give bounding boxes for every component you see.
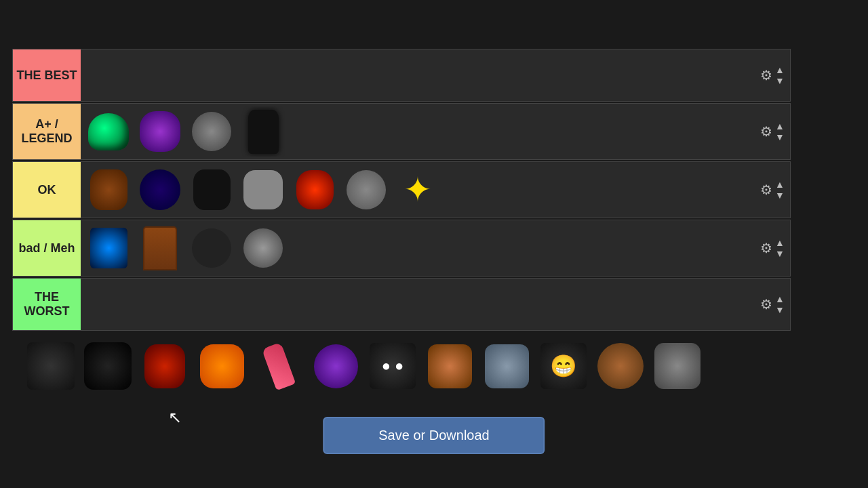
inv-item-fox[interactable]	[197, 341, 247, 391]
tier-list: THE BEST ⚙ ▲ ▼ A+ / LEGEND	[12, 49, 791, 332]
arrow-down-best[interactable]: ▼	[775, 76, 785, 85]
tier-label-bad: bad / Meh	[13, 220, 81, 276]
inv-item-purple-orb[interactable]	[311, 341, 361, 391]
char-yellow-star[interactable]: ✦	[393, 165, 443, 215]
char-purple-creature[interactable]	[135, 106, 185, 157]
tier-row-legend: A+ / LEGEND ⚙	[12, 103, 791, 160]
tier-row-bad: bad / Meh ⚙	[12, 220, 791, 277]
inventory: ● ● 😁	[12, 332, 791, 400]
char-skull-sphere[interactable]	[238, 223, 288, 273]
save-button-container: Save or Download	[323, 417, 545, 454]
tier-label-worst: THE WORST	[13, 279, 81, 330]
tier-label-ok: OK	[13, 162, 81, 218]
arrow-col-ok: ▲ ▼	[775, 180, 785, 200]
inv-item-skeleton[interactable]	[652, 341, 703, 391]
char-ghost-green[interactable]	[83, 106, 134, 157]
tier-controls-bad: ⚙ ▲ ▼	[755, 220, 790, 276]
arrow-col-legend: ▲ ▼	[775, 121, 785, 142]
tier-content-legend[interactable]	[81, 104, 755, 159]
tier-content-bad[interactable]	[81, 220, 755, 276]
tier-controls-ok: ⚙ ▲ ▼	[755, 162, 790, 218]
arrow-down-bad[interactable]: ▼	[775, 249, 785, 258]
arrow-up-ok[interactable]: ▲	[775, 180, 785, 189]
inv-item-pink-weapon[interactable]	[254, 341, 304, 391]
arrow-col-worst: ▲ ▼	[775, 294, 785, 314]
arrow-up-bad[interactable]: ▲	[775, 238, 785, 247]
tier-controls-worst: ⚙ ▲ ▼	[755, 279, 790, 330]
arrow-down-legend[interactable]: ▼	[775, 132, 785, 142]
inv-item-brown[interactable]	[595, 341, 646, 391]
tier-controls-legend: ⚙ ▲ ▼	[755, 104, 790, 159]
char-black-winged[interactable]	[186, 165, 237, 215]
char-mech-clown[interactable]	[186, 106, 237, 157]
inv-item-smile[interactable]: 😁	[538, 341, 589, 391]
gear-button-legend[interactable]: ⚙	[760, 123, 772, 140]
tier-row-best: THE BEST ⚙ ▲ ▼	[12, 49, 791, 102]
inv-item-dark-dots[interactable]	[26, 341, 76, 391]
arrow-up-legend[interactable]: ▲	[775, 121, 785, 131]
gear-button-best[interactable]: ⚙	[760, 67, 772, 83]
inv-item-shadow[interactable]	[83, 341, 133, 391]
arrow-up-best[interactable]: ▲	[775, 65, 785, 75]
arrow-col-bad: ▲ ▼	[775, 238, 785, 258]
arrow-col-best: ▲ ▼	[775, 65, 785, 85]
tier-row-worst: THE WORST ⚙ ▲ ▼	[12, 278, 791, 331]
gear-button-worst[interactable]: ⚙	[760, 296, 772, 312]
arrow-down-worst[interactable]: ▼	[775, 305, 785, 314]
char-wooden-door[interactable]	[135, 223, 185, 273]
inv-item-white-eyes[interactable]: ● ●	[368, 341, 418, 391]
cursor-indicator: ↖	[168, 408, 182, 427]
arrow-down-ok[interactable]: ▼	[775, 190, 785, 200]
tier-controls-best: ⚙ ▲ ▼	[755, 49, 790, 101]
char-shadow-fig[interactable]	[238, 106, 288, 157]
tier-row-ok: OK	[12, 161, 791, 218]
tier-content-best[interactable]	[81, 49, 755, 101]
inv-item-casual[interactable]	[481, 341, 532, 391]
char-eye-creature[interactable]	[135, 165, 185, 215]
main-container: THE BEST ⚙ ▲ ▼ A+ / LEGEND	[0, 0, 868, 488]
char-red-entity[interactable]	[290, 165, 340, 215]
tier-content-ok[interactable]: ✦	[81, 162, 755, 218]
char-freddy[interactable]	[83, 165, 134, 215]
char-multi-eye[interactable]	[238, 165, 288, 215]
char-smiley[interactable]	[341, 165, 391, 215]
inv-item-fighter[interactable]	[425, 341, 475, 391]
inv-item-red[interactable]	[140, 341, 190, 391]
tier-label-best: THE BEST	[13, 49, 81, 101]
char-dark-bat[interactable]	[186, 223, 237, 273]
char-blue-glow[interactable]	[83, 223, 134, 273]
arrow-up-worst[interactable]: ▲	[775, 294, 785, 304]
tier-content-worst[interactable]	[81, 279, 755, 330]
gear-button-bad[interactable]: ⚙	[760, 240, 772, 256]
tier-label-legend: A+ / LEGEND	[13, 104, 81, 159]
save-download-button[interactable]: Save or Download	[323, 417, 545, 454]
gear-button-ok[interactable]: ⚙	[760, 182, 772, 198]
